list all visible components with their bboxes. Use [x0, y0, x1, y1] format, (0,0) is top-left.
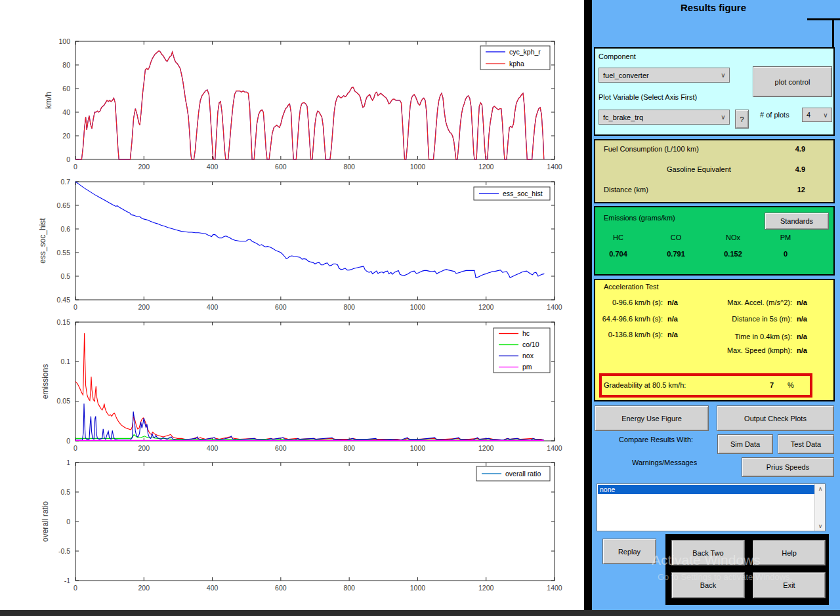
component-dropdown-value: fuel_converter	[599, 72, 649, 79]
svg-text:0.15: 0.15	[57, 318, 71, 326]
svg-text:40: 40	[62, 108, 70, 116]
svg-text:60: 60	[62, 85, 70, 92]
num-plots-dropdown-value: 4	[803, 111, 810, 119]
svg-text:600: 600	[275, 584, 287, 592]
svg-text:0: 0	[66, 155, 70, 163]
svg-text:800: 800	[343, 303, 355, 311]
warnings-listbox[interactable]: none ∧ ∨	[597, 483, 826, 531]
svg-text:400: 400	[207, 584, 219, 592]
svg-text:nox: nox	[522, 352, 534, 359]
svg-text:pm: pm	[522, 363, 532, 371]
component-dropdown[interactable]: fuel_converter ∨	[598, 68, 730, 83]
svg-text:-0.5: -0.5	[58, 547, 70, 555]
scroll-down-icon[interactable]: ∨	[815, 522, 826, 531]
background-window-edge	[807, 18, 840, 20]
help-button[interactable]: Help	[753, 540, 826, 565]
svg-text:0: 0	[74, 163, 77, 171]
svg-text:overall ratio: overall ratio	[505, 470, 541, 478]
background-window-edge	[832, 18, 834, 47]
max-accel-value: n/a	[797, 298, 807, 306]
svg-text:kpha: kpha	[509, 60, 524, 68]
replay-button[interactable]: Replay	[602, 539, 656, 564]
standards-button[interactable]: Standards	[765, 213, 829, 230]
chevron-down-icon: ∨	[717, 72, 729, 79]
activate-windows-watermark: Activate Windows	[652, 552, 761, 568]
nox-value: 0.152	[710, 250, 756, 258]
window-divider	[584, 0, 592, 610]
emissions-title: Emissions (grams/km)	[604, 214, 675, 222]
max-speed-label: Max. Speed (kmph):	[681, 346, 792, 354]
chevron-down-icon: ∨	[717, 113, 729, 121]
distance-label: Distance (km)	[604, 186, 648, 194]
co-header: CO	[653, 234, 699, 241]
acceleration-title: Acceleration Test	[604, 283, 659, 291]
svg-text:80: 80	[62, 61, 70, 69]
accel-0-136-value: n/a	[667, 331, 678, 339]
time-04km-value: n/a	[797, 333, 807, 340]
svg-text:800: 800	[343, 163, 355, 171]
svg-text:emissions: emissions	[41, 364, 50, 399]
scroll-up-icon[interactable]: ∧	[815, 484, 826, 493]
fuel-consumption-label: Fuel Consumption (L/100 km)	[604, 145, 699, 153]
svg-text:1000: 1000	[410, 584, 426, 592]
fuel-consumption-value: 4.9	[772, 145, 805, 153]
svg-text:1200: 1200	[478, 303, 494, 311]
svg-text:0: 0	[66, 518, 70, 525]
gradeability-label: Gradeability at 80.5 km/h:	[604, 381, 686, 389]
svg-text:co/10: co/10	[522, 340, 539, 348]
sim-data-button[interactable]: Sim Data	[717, 434, 773, 454]
co-value: 0.791	[653, 250, 699, 258]
svg-text:km/h: km/h	[44, 92, 53, 109]
speed-plot: 0200400600800100012001400020406080100km/…	[75, 41, 555, 159]
acceleration-section: Acceleration Test 0-96.6 km/h (s): n/a 6…	[594, 279, 835, 401]
max-accel-label: Max. Accel. (m/s^2):	[681, 298, 792, 306]
svg-text:cyc_kph_r: cyc_kph_r	[509, 48, 541, 56]
svg-text:ess_soc_hist: ess_soc_hist	[503, 190, 543, 197]
svg-text:overall ratio: overall ratio	[41, 501, 50, 542]
plot-control-button[interactable]: plot control	[753, 66, 832, 97]
svg-text:1: 1	[66, 459, 70, 466]
svg-text:200: 200	[138, 444, 150, 452]
svg-text:200: 200	[138, 163, 150, 171]
listbox-scrollbar[interactable]: ∧ ∨	[814, 484, 825, 531]
pm-value: 0	[763, 250, 808, 258]
svg-text:0.7: 0.7	[60, 178, 70, 186]
emissions-section: Emissions (grams/km) Standards HC CO NOx…	[594, 206, 835, 276]
taskbar[interactable]	[0, 610, 840, 616]
distance-5s-label: Distance in 5s (m):	[681, 315, 792, 323]
svg-text:0.45: 0.45	[57, 296, 71, 304]
output-check-plots-button[interactable]: Output Check Plots	[717, 405, 834, 431]
results-figure-panel: Results figure Component fuel_converter …	[592, 0, 840, 610]
plot-variable-label: Plot Variable (Select Axis First)	[598, 93, 697, 101]
prius-speeds-button[interactable]: Prius Speeds	[742, 457, 834, 477]
svg-text:0.6: 0.6	[60, 225, 70, 233]
svg-text:800: 800	[343, 444, 355, 452]
help-question-button[interactable]: ?	[735, 110, 749, 129]
num-plots-dropdown[interactable]: 4 ∨	[802, 108, 832, 122]
chevron-down-icon: ∨	[820, 112, 831, 119]
num-plots-label: # of plots	[760, 111, 789, 119]
svg-text:200: 200	[138, 584, 150, 592]
svg-text:0.55: 0.55	[57, 249, 71, 257]
accel-0-96-value: n/a	[667, 298, 678, 306]
svg-text:1000: 1000	[410, 163, 426, 171]
energy-use-figure-button[interactable]: Energy Use Figure	[595, 405, 709, 431]
accel-64-96-value: n/a	[667, 315, 678, 323]
overall-ratio-plot: 0200400600800100012001400-1-0.500.51over…	[75, 462, 555, 581]
svg-text:400: 400	[207, 303, 219, 311]
svg-text:0: 0	[74, 444, 77, 452]
svg-text:0.65: 0.65	[57, 201, 71, 209]
svg-text:0.1: 0.1	[60, 358, 70, 365]
compare-results-label: Compare Results With:	[619, 436, 693, 443]
svg-text:800: 800	[343, 584, 355, 592]
svg-text:400: 400	[207, 163, 219, 171]
list-item-selected[interactable]: none	[598, 485, 816, 494]
plot-variable-dropdown[interactable]: fc_brake_trq ∨	[598, 110, 730, 125]
svg-text:-1: -1	[64, 577, 70, 585]
gradeability-unit: %	[788, 381, 794, 389]
svg-text:1400: 1400	[547, 444, 562, 452]
svg-text:0: 0	[74, 584, 77, 592]
test-data-button[interactable]: Test Data	[778, 434, 834, 454]
svg-text:600: 600	[275, 444, 287, 452]
distance-5s-value: n/a	[797, 315, 807, 323]
